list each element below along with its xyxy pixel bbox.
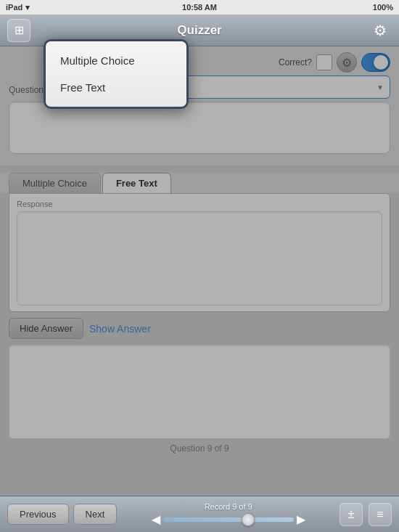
slider-thumb[interactable] (242, 513, 255, 526)
record-slider-area: Record 9 of 9 ◀ ▶ (124, 502, 332, 526)
wifi-icon: ▾ (25, 3, 30, 12)
list-button[interactable]: ≡ (369, 503, 392, 526)
dropdown-item-multiple-choice[interactable]: Multiple Choice (46, 47, 186, 74)
bottom-toolbar: Previous Next Record 9 of 9 ◀ ▶ ± ≡ (0, 496, 399, 532)
nav-gear-icon[interactable]: ⚙ (369, 19, 392, 42)
status-left: iPad ▾ (6, 3, 30, 12)
status-bar: iPad ▾ 10:58 AM 100% (0, 0, 399, 15)
dropdown-popup: Multiple Choice Free Text (44, 39, 189, 109)
plus-minus-icon: ± (348, 508, 355, 521)
status-right: 100% (373, 3, 393, 12)
slider-right-arrow[interactable]: ▶ (297, 512, 305, 526)
slider-track[interactable] (163, 517, 294, 522)
ipad-label: iPad (6, 3, 22, 12)
record-label: Record 9 of 9 (205, 502, 252, 511)
nav-title: Quizzer (177, 23, 221, 38)
previous-button[interactable]: Previous (7, 504, 69, 525)
nav-button-group: Previous Next (7, 504, 117, 525)
nav-left-icon[interactable]: ⊞ (7, 19, 30, 42)
slider-arrows: ◀ ▶ (124, 512, 332, 526)
status-time: 10:58 AM (182, 3, 217, 12)
overlay-dim (0, 46, 399, 496)
next-button[interactable]: Next (73, 504, 118, 525)
slider-left-arrow[interactable]: ◀ (152, 512, 160, 526)
toolbar-right: ± ≡ (340, 503, 392, 526)
list-icon: ≡ (377, 508, 383, 521)
battery-label: 100% (373, 3, 393, 12)
dropdown-item-free-text[interactable]: Free Text (46, 74, 186, 101)
plus-minus-button[interactable]: ± (340, 503, 363, 526)
